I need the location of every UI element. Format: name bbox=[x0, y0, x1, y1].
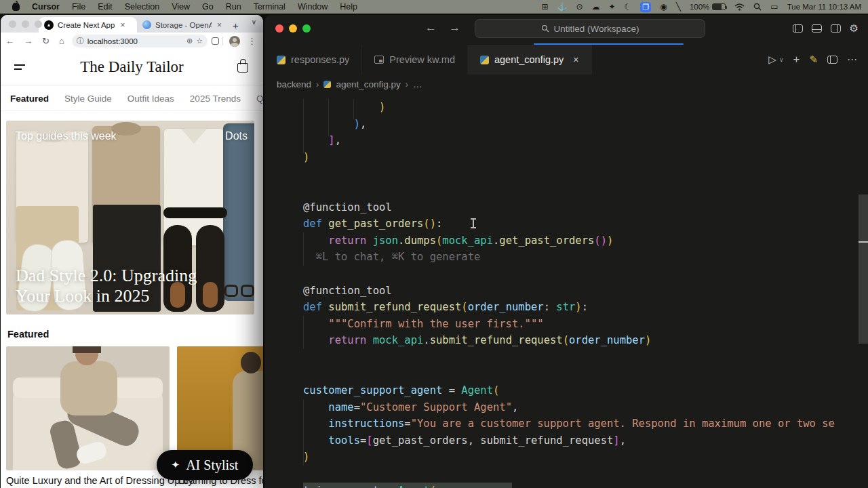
back-button[interactable]: ← bbox=[1, 36, 19, 46]
minimize-window-icon[interactable] bbox=[289, 24, 297, 33]
window-controls[interactable] bbox=[275, 24, 311, 33]
moon-icon[interactable]: ☾ bbox=[625, 3, 632, 11]
more-actions-icon[interactable]: ⋯ bbox=[847, 54, 857, 66]
menu-item-terminal[interactable]: Terminal bbox=[254, 2, 285, 12]
breadcrumb-folder[interactable]: backend bbox=[277, 79, 311, 89]
cloud-icon[interactable]: ☁ bbox=[592, 3, 600, 11]
menu-item-run[interactable]: Run bbox=[226, 2, 241, 12]
nav-item-featured[interactable]: Featured bbox=[10, 94, 49, 104]
screen-mirroring-icon[interactable]: ❐ bbox=[640, 2, 651, 12]
window-controls[interactable] bbox=[9, 20, 42, 28]
tab-search-chevron-icon[interactable]: ∨ bbox=[252, 18, 256, 26]
featured-card-1-image[interactable] bbox=[6, 346, 170, 470]
close-window-icon[interactable] bbox=[275, 24, 283, 33]
code-line[interactable] bbox=[303, 366, 868, 383]
code-line[interactable] bbox=[303, 349, 868, 366]
settings-gear-icon[interactable]: ⚙ bbox=[850, 22, 859, 35]
history-back-icon[interactable]: ← bbox=[425, 21, 437, 35]
menu-item-go[interactable]: Go bbox=[202, 2, 214, 12]
menu-clock[interactable]: Tue Mar 11 10:13 AM bbox=[787, 3, 861, 11]
code-line[interactable] bbox=[303, 266, 868, 283]
tab-preview-kw-md[interactable]: Preview kw.md bbox=[362, 45, 468, 75]
new-tab-button[interactable]: + bbox=[227, 20, 244, 33]
new-file-icon[interactable]: + bbox=[793, 53, 800, 66]
apple-logo-icon[interactable] bbox=[12, 3, 20, 11]
shopping-bag-icon[interactable] bbox=[237, 63, 248, 73]
close-tab-icon[interactable]: × bbox=[216, 20, 222, 30]
code-line[interactable]: tools=[get_past_orders, submit_refund_re… bbox=[303, 432, 868, 449]
code-line[interactable] bbox=[303, 466, 868, 483]
profile-avatar[interactable] bbox=[229, 36, 240, 47]
close-tab-icon[interactable]: × bbox=[573, 54, 578, 65]
code-line[interactable]: """Confirm with the user first.""" bbox=[303, 316, 868, 333]
nav-item-2025-trends[interactable]: 2025 Trends bbox=[190, 94, 241, 104]
code-line[interactable]: ], bbox=[303, 132, 868, 149]
display-icon[interactable]: ▭ bbox=[770, 3, 778, 11]
menu-item-view[interactable]: View bbox=[172, 2, 190, 12]
highlighter-icon[interactable]: ✎ bbox=[809, 54, 818, 66]
tab-agent-config-py[interactable]: agent_config.py × bbox=[468, 45, 592, 75]
run-options-chevron-icon[interactable]: ∨ bbox=[779, 56, 784, 63]
code-line[interactable]: ) bbox=[303, 99, 868, 116]
breadcrumb-file[interactable]: agent_config.py bbox=[336, 79, 400, 89]
nav-item-qa[interactable]: Q&A bbox=[256, 94, 263, 104]
zoom-page-icon[interactable]: ⊕ bbox=[186, 37, 193, 45]
toggle-secondary-sidebar-icon[interactable] bbox=[831, 24, 841, 33]
minimize-window-icon[interactable] bbox=[22, 20, 29, 28]
browser-tab-storage-openai[interactable]: Storage - OpenAI A × bbox=[137, 17, 227, 33]
record-icon[interactable]: ◉ bbox=[660, 3, 667, 11]
site-info-icon[interactable]: ⓘ bbox=[77, 36, 84, 46]
code-line[interactable]: @function_tool bbox=[303, 199, 868, 216]
close-tab-icon[interactable]: × bbox=[119, 20, 125, 30]
home-button[interactable]: ⌂ bbox=[54, 36, 69, 46]
code-line[interactable]: ), bbox=[303, 116, 868, 133]
nav-item-outfit-ideas[interactable]: Outfit Ideas bbox=[127, 94, 174, 104]
code-line[interactable]: ) bbox=[303, 449, 868, 466]
menu-item-file[interactable]: File bbox=[72, 2, 85, 12]
code-line[interactable]: return mock_api.submit_refund_request(or… bbox=[303, 332, 868, 349]
tab-responses-py[interactable]: responses.py bbox=[264, 45, 362, 75]
zoom-window-icon[interactable] bbox=[302, 24, 311, 33]
command-center-search[interactable]: Untitled (Workspace) bbox=[475, 19, 705, 38]
search-icon[interactable] bbox=[753, 3, 762, 11]
pen-icon[interactable]: ╲ bbox=[676, 3, 681, 11]
wifi-icon[interactable] bbox=[734, 3, 745, 11]
raycast-icon[interactable]: ✦ bbox=[609, 3, 616, 11]
address-url[interactable]: localhost:3000 bbox=[87, 37, 183, 45]
battery-indicator[interactable]: 100% bbox=[690, 3, 726, 11]
code-line[interactable]: ) bbox=[303, 149, 868, 166]
code-line[interactable]: @function_tool bbox=[303, 283, 868, 300]
menu-item-edit[interactable]: Edit bbox=[98, 2, 113, 12]
code-line[interactable]: triage_agent = Agent( bbox=[303, 483, 512, 488]
bookmark-star-icon[interactable]: ☆ bbox=[196, 37, 203, 45]
grid-icon[interactable]: ⊞ bbox=[541, 3, 548, 11]
code-line[interactable]: return json.dumps(mock_api.get_past_orde… bbox=[303, 232, 868, 249]
code-editor[interactable]: ) ), ],)@function_tooldef get_past_order… bbox=[264, 94, 868, 488]
editor-scrollbar[interactable] bbox=[859, 94, 868, 488]
zoom-window-icon[interactable] bbox=[35, 20, 42, 28]
browser-menu-icon[interactable]: ⋮ bbox=[243, 36, 263, 46]
menu-item-selection[interactable]: Selection bbox=[125, 2, 159, 12]
reload-button[interactable]: ↻ bbox=[37, 36, 54, 46]
code-line[interactable]: customer_support_agent = Agent( bbox=[303, 382, 868, 399]
breadcrumb-symbol-more[interactable]: … bbox=[413, 79, 422, 89]
code-line[interactable] bbox=[303, 165, 868, 182]
lock-icon[interactable]: ⊙ bbox=[576, 3, 583, 11]
history-forward-icon[interactable]: → bbox=[449, 21, 460, 35]
forward-button[interactable]: → bbox=[19, 36, 37, 46]
scrollbar-thumb[interactable] bbox=[859, 195, 868, 344]
code-line[interactable]: def submit_refund_request(order_number: … bbox=[303, 299, 868, 316]
address-bar[interactable]: ⓘ localhost:3000 ⊕ ☆ bbox=[72, 35, 208, 47]
toggle-panel-icon[interactable] bbox=[812, 24, 822, 33]
menu-item-window[interactable]: Window bbox=[298, 2, 328, 12]
split-editor-icon[interactable] bbox=[827, 56, 837, 64]
ai-stylist-button[interactable]: ✦ AI Stylist bbox=[157, 450, 253, 480]
code-line[interactable]: def get_past_orders(): bbox=[303, 216, 868, 232]
code-line[interactable]: ⌘L to chat, ⌘K to generate bbox=[303, 249, 868, 266]
hero-image[interactable]: Top guides this week Dots Dad Style 2.0:… bbox=[6, 121, 254, 314]
close-window-icon[interactable] bbox=[9, 20, 16, 28]
code-line[interactable]: instructions="You are a customer support… bbox=[303, 415, 868, 432]
run-button-icon[interactable]: ▷ bbox=[768, 54, 776, 66]
code-line[interactable]: name="Customer Support Agent", bbox=[303, 399, 868, 416]
toggle-primary-sidebar-icon[interactable] bbox=[793, 24, 803, 33]
